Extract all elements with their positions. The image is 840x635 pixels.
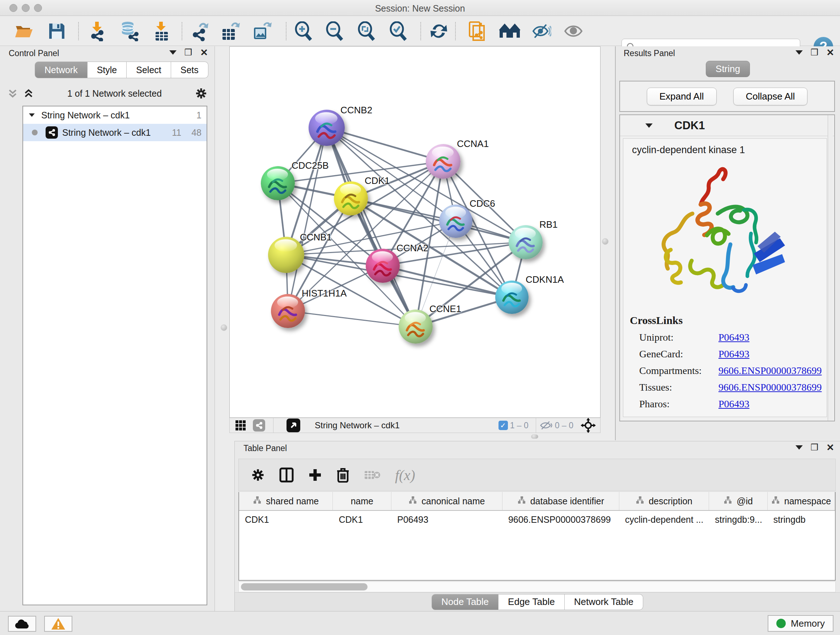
pan-crosshair-icon[interactable] <box>581 418 596 433</box>
open-in-window-icon[interactable] <box>286 418 300 432</box>
gene-section-header[interactable]: CDK1 <box>620 115 834 136</box>
edge-CCNB2-HIST1H1A[interactable] <box>288 128 327 311</box>
show-graphics-details-button[interactable] <box>562 21 584 42</box>
left-splitter-handle[interactable] <box>221 325 227 331</box>
column-header-namespace[interactable]: namespace <box>767 492 835 510</box>
crosslink-link[interactable]: 9606.ENSP00000378699 <box>718 382 821 393</box>
tab-node-table[interactable]: Node Table <box>431 594 499 610</box>
cloud-button[interactable] <box>8 616 36 632</box>
crosslink-link[interactable]: P06493 <box>718 332 750 343</box>
tab-sets[interactable]: Sets <box>171 62 208 78</box>
zoom-selected-button[interactable] <box>387 21 409 42</box>
tab-network-table[interactable]: Network Table <box>565 594 643 610</box>
table-cell[interactable]: CDK1 <box>239 511 333 529</box>
node-CDC6[interactable] <box>439 204 472 238</box>
crosslink-link[interactable]: P06493 <box>718 398 750 409</box>
selected-nodes-checkbox[interactable]: ✓ <box>499 421 508 430</box>
table-cell[interactable]: P06493 <box>392 511 502 529</box>
collapse-all-icon[interactable] <box>7 88 18 99</box>
birds-eye-view-icon[interactable] <box>235 420 246 431</box>
horizontal-splitter-handle[interactable] <box>531 434 538 439</box>
memory-button[interactable]: Memory <box>767 615 834 632</box>
first-neighbors-button[interactable] <box>499 21 521 42</box>
table-cell[interactable]: 9606.ENSP00000378699 <box>502 511 619 529</box>
import-network-database-button[interactable] <box>118 21 141 42</box>
export-table-button[interactable] <box>219 21 242 42</box>
import-table-button[interactable] <box>150 21 173 42</box>
collapse-all-button[interactable]: Collapse All <box>733 88 808 105</box>
string-badge-icon[interactable] <box>253 419 265 432</box>
node-CCNB2[interactable] <box>309 110 345 146</box>
zoom-fit-icon <box>357 21 376 41</box>
crosslink-link[interactable]: 9606.ENSP00000378699 <box>718 365 821 376</box>
collapse-section-icon[interactable] <box>645 124 653 128</box>
column-header-@id[interactable]: @id <box>709 492 767 510</box>
edge-HIST1H1A-CCNE1[interactable] <box>288 311 416 326</box>
export-image-button[interactable] <box>251 21 273 42</box>
add-column-plus-icon[interactable] <box>308 468 322 482</box>
node-RB1[interactable] <box>508 225 543 259</box>
float-panel-icon[interactable]: ❒ <box>811 48 819 57</box>
close-panel-icon[interactable]: ✕ <box>200 47 208 58</box>
collapse-icon[interactable] <box>29 113 35 117</box>
import-network-button[interactable] <box>86 21 109 42</box>
warnings-button[interactable] <box>44 616 73 632</box>
network-canvas[interactable]: CCNB2CCNA1CDC25BCDK1CDC6RB1CCNB1CCNA2CDK… <box>229 46 600 418</box>
delete-column-trash-icon[interactable] <box>336 467 349 483</box>
close-panel-icon[interactable]: ✕ <box>826 47 834 58</box>
column-header-canonical-name[interactable]: canonical name <box>392 492 502 510</box>
tab-edge-table[interactable]: Edge Table <box>499 594 565 610</box>
hidden-eye-slash-icon[interactable] <box>540 420 553 431</box>
table-cell[interactable]: stringdb:9... <box>709 511 767 529</box>
toolbar-separator <box>455 22 456 40</box>
column-header-database-identifier[interactable]: database identifier <box>502 492 619 510</box>
table-horizontal-scrollbar[interactable] <box>238 581 836 592</box>
node-CDK1[interactable] <box>334 181 368 215</box>
table-cell[interactable]: cyclin-dependent ... <box>619 511 709 529</box>
node-CDKN1A[interactable] <box>495 280 529 314</box>
node-CDC25B[interactable] <box>261 166 295 200</box>
node-CCNB1[interactable] <box>268 237 304 273</box>
save-session-button[interactable] <box>46 21 68 42</box>
node-CCNA1[interactable] <box>426 144 461 179</box>
expand-all-icon[interactable] <box>23 88 34 99</box>
float-panel-icon[interactable]: ❒ <box>185 48 193 57</box>
tab-select[interactable]: Select <box>126 62 171 78</box>
export-network-button[interactable] <box>189 21 211 42</box>
network-row[interactable]: String Network – cdk1 11 48 <box>23 124 207 141</box>
open-session-button[interactable] <box>13 21 35 42</box>
node-HIST1H1A[interactable] <box>271 294 305 328</box>
refresh-button[interactable] <box>428 21 450 42</box>
table-cell[interactable]: stringdb <box>767 511 835 529</box>
node-CCNE1[interactable] <box>399 310 433 344</box>
panel-menu-icon[interactable] <box>169 50 177 55</box>
expand-all-button[interactable]: Expand All <box>647 88 717 105</box>
zoom-fit-button[interactable] <box>355 21 378 42</box>
zoom-in-button[interactable] <box>292 21 315 42</box>
network-view-toolbar: String Network – cdk1 ✓ 1 – 0 0 – 0 <box>229 418 600 433</box>
table-settings-gear-icon[interactable] <box>251 468 265 482</box>
column-header-shared-name[interactable]: shared name <box>239 492 333 510</box>
network-collection-row[interactable]: String Network – cdk1 1 <box>23 106 207 124</box>
crosslink-link[interactable]: P06493 <box>718 348 750 359</box>
column-header-name[interactable]: name <box>333 492 391 510</box>
table-cell[interactable]: CDK1 <box>333 511 392 529</box>
right-splitter-handle[interactable] <box>602 238 608 245</box>
gear-icon[interactable] <box>195 87 207 100</box>
hide-selected-button[interactable] <box>531 21 553 42</box>
table-row[interactable]: CDK1CDK1P064939606.ENSP00000378699cyclin… <box>239 511 835 529</box>
panel-menu-icon[interactable] <box>796 50 803 55</box>
show-columns-icon[interactable] <box>279 467 294 483</box>
zoom-out-button[interactable] <box>324 21 346 42</box>
column-header-description[interactable]: description <box>619 492 709 510</box>
close-panel-icon[interactable]: ✕ <box>826 442 834 453</box>
panel-menu-icon[interactable] <box>796 445 803 450</box>
copy-style-button[interactable] <box>466 21 488 42</box>
edge-CDK1-RB1[interactable] <box>351 198 526 242</box>
results-scrollbar[interactable] <box>828 115 833 421</box>
tab-network[interactable]: Network <box>35 62 88 78</box>
tab-string[interactable]: String <box>706 61 750 77</box>
tab-style[interactable]: Style <box>88 62 127 78</box>
node-CCNA2[interactable] <box>366 249 400 283</box>
float-panel-icon[interactable]: ❒ <box>811 442 819 453</box>
